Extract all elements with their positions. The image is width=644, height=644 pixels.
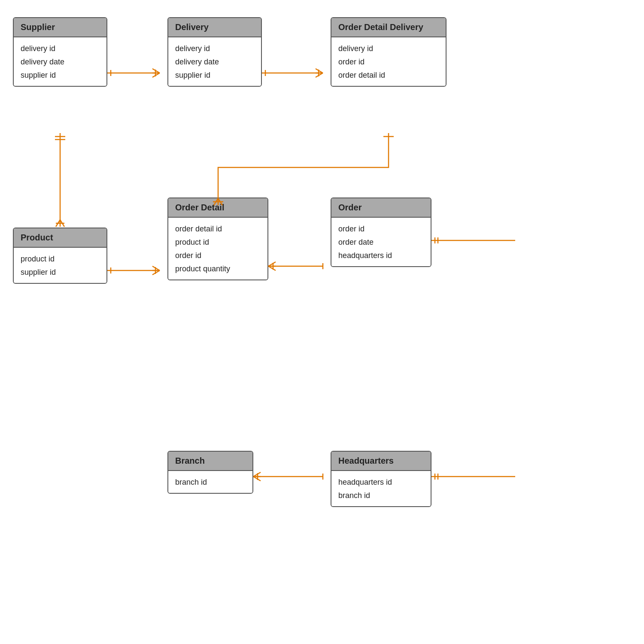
order-title: Order — [331, 198, 431, 218]
svg-line-37 — [268, 266, 276, 270]
order-detail-body: order detail id product id order id prod… — [168, 218, 267, 279]
delivery-title: Delivery — [168, 18, 261, 37]
product-title: Product — [14, 228, 106, 248]
order-field-3: headquarters id — [338, 248, 424, 261]
order-detail-delivery-title: Order Detail Delivery — [331, 18, 446, 37]
svg-line-52 — [253, 477, 261, 481]
headquarters-table: Headquarters headquarters id branch id — [331, 451, 431, 507]
svg-line-32 — [152, 270, 160, 275]
odd-field-1: delivery id — [338, 41, 439, 54]
svg-line-13 — [152, 73, 160, 77]
supplier-body: delivery id delivery date supplier id — [14, 37, 106, 86]
order-detail-delivery-table: Order Detail Delivery delivery id order … — [331, 17, 447, 87]
delivery-field-1: delivery id — [175, 41, 254, 54]
order-detail-table: Order Detail order detail id product id … — [167, 197, 268, 280]
hq-field-2: branch id — [338, 488, 424, 501]
supplier-field-2: delivery date — [21, 54, 100, 67]
supplier-field-3: supplier id — [21, 67, 100, 81]
svg-line-30 — [152, 266, 160, 270]
branch-table: Branch branch id — [167, 451, 253, 494]
odd-field-2: order id — [338, 54, 439, 67]
svg-line-50 — [253, 472, 261, 477]
product-field-1: product id — [21, 251, 100, 264]
svg-line-35 — [268, 262, 276, 266]
delivery-field-2: delivery date — [175, 54, 254, 67]
product-field-2: supplier id — [21, 264, 100, 278]
er-connectors — [0, 0, 644, 644]
svg-line-11 — [152, 69, 160, 73]
order-body: order id order date headquarters id — [331, 218, 431, 266]
delivery-body: delivery id delivery date supplier id — [168, 37, 261, 86]
svg-line-19 — [316, 73, 323, 77]
branch-field-1: branch id — [175, 474, 246, 488]
supplier-title: Supplier — [14, 18, 106, 37]
od-field-3: order id — [175, 248, 261, 261]
supplier-field-1: delivery id — [21, 41, 100, 54]
order-detail-delivery-body: delivery id order id order detail id — [331, 37, 446, 86]
order-table: Order order id order date headquarters i… — [331, 197, 431, 267]
svg-line-26 — [60, 220, 64, 227]
hq-field-1: headquarters id — [338, 474, 424, 488]
order-detail-title: Order Detail — [168, 198, 267, 218]
svg-line-24 — [56, 220, 60, 227]
odd-field-3: order detail id — [338, 67, 439, 81]
od-field-2: product id — [175, 234, 261, 248]
delivery-field-3: supplier id — [175, 67, 254, 81]
supplier-table: Supplier delivery id delivery date suppl… — [13, 17, 107, 87]
svg-line-17 — [316, 69, 323, 73]
product-table: Product product id supplier id — [13, 228, 107, 284]
headquarters-body: headquarters id branch id — [331, 471, 431, 506]
order-field-2: order date — [338, 234, 424, 248]
branch-title: Branch — [168, 452, 252, 471]
headquarters-title: Headquarters — [331, 452, 431, 471]
od-field-4: product quantity — [175, 261, 261, 274]
product-body: product id supplier id — [14, 248, 106, 283]
order-field-1: order id — [338, 221, 424, 234]
delivery-table: Delivery delivery id delivery date suppl… — [167, 17, 262, 87]
od-field-1: order detail id — [175, 221, 261, 234]
branch-body: branch id — [168, 471, 252, 493]
